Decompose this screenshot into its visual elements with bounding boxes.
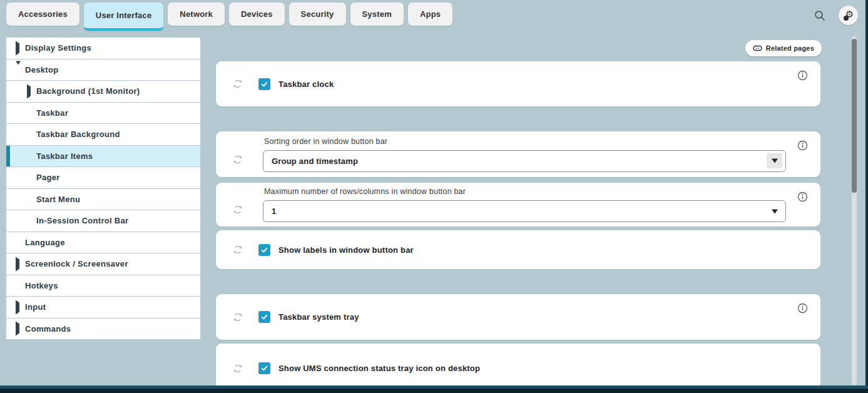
setting-card-sorting-order: Sorting order in window button bar Group… xyxy=(216,131,820,177)
info-icon[interactable] xyxy=(797,303,808,314)
sidebar-item-taskbar[interactable]: Taskbar xyxy=(6,103,200,124)
related-pages-button[interactable]: Related pages xyxy=(745,40,822,56)
show-labels-toggle[interactable]: Show labels in window button bar xyxy=(258,244,414,256)
window-bottom-border xyxy=(0,385,868,393)
ums-tray-icon-toggle[interactable]: Show UMS connection status tray icon on … xyxy=(258,362,480,374)
chevron-right-icon xyxy=(16,259,19,268)
info-icon[interactable] xyxy=(797,140,808,151)
reset-to-default-icon[interactable] xyxy=(233,245,243,255)
reset-to-default-icon[interactable] xyxy=(233,312,243,322)
chevron-right-icon xyxy=(16,324,19,334)
chevron-right-icon xyxy=(16,302,19,312)
chevron-right-icon xyxy=(16,43,19,53)
setting-card-max-rows: Maximum number of rows/columns in window… xyxy=(216,183,820,227)
info-icon[interactable] xyxy=(797,191,808,202)
sidebar-item-start-menu[interactable]: Start Menu xyxy=(6,189,200,210)
sidebar-item-hotkeys[interactable]: Hotkeys xyxy=(6,275,200,297)
checkbox-checked-icon[interactable] xyxy=(258,362,270,374)
setting-label: Taskbar clock xyxy=(278,79,334,89)
select-value: Group and timestamp xyxy=(272,156,358,166)
taskbar-clock-toggle[interactable]: Taskbar clock xyxy=(258,78,334,90)
sidebar-item-in-session-control-bar[interactable]: In-Session Control Bar xyxy=(6,210,200,232)
setting-card-show-labels: Show labels in window button bar xyxy=(216,230,820,269)
sidebar-item-commands[interactable]: Commands xyxy=(6,319,200,340)
select-value: 1 xyxy=(272,207,276,216)
max-rows-select[interactable]: 1 xyxy=(263,200,786,222)
sidebar-item-taskbar-items[interactable]: Taskbar Items xyxy=(6,146,200,167)
tab-user-interface[interactable]: User Interface xyxy=(84,3,164,31)
setting-label: Show labels in window button bar xyxy=(278,245,414,255)
sidebar-item-input[interactable]: Input xyxy=(6,297,200,318)
info-icon[interactable] xyxy=(797,70,808,81)
scrollbar-thumb[interactable] xyxy=(852,39,857,193)
sidebar-item-language[interactable]: Language xyxy=(6,232,200,253)
tab-accessories[interactable]: Accessories xyxy=(6,3,79,26)
sidebar-item-pager[interactable]: Pager xyxy=(6,167,200,188)
window-right-border xyxy=(865,0,868,393)
sidebar-item-desktop[interactable]: Desktop xyxy=(6,59,200,81)
checkbox-checked-icon[interactable] xyxy=(258,311,270,323)
reset-to-default-icon[interactable] xyxy=(233,205,243,215)
sorting-order-select[interactable]: Group and timestamp xyxy=(263,150,786,172)
settings-window: Accessories User Interface Network Devic… xyxy=(0,0,868,393)
reset-to-default-icon[interactable] xyxy=(233,79,243,89)
reset-to-default-icon[interactable] xyxy=(233,155,243,165)
system-tray-toggle[interactable]: Taskbar system tray xyxy=(258,311,359,323)
link-icon xyxy=(753,44,762,52)
checkbox-checked-icon[interactable] xyxy=(258,78,270,90)
sidebar-item-background-1st-monitor[interactable]: Background (1st Monitor) xyxy=(6,81,200,102)
reset-to-default-icon[interactable] xyxy=(233,364,243,374)
setting-card-system-tray: Taskbar system tray xyxy=(216,294,820,340)
checkbox-checked-icon[interactable] xyxy=(258,244,270,256)
chevron-down-icon xyxy=(16,65,21,74)
vertical-scrollbar[interactable] xyxy=(852,36,857,385)
setting-label: Maximum number of rows/columns in window… xyxy=(264,187,786,196)
settings-panel: Related pages Taskbar clock Sorting orde… xyxy=(216,0,820,393)
sidebar-item-screenlock-screensaver[interactable]: Screenlock / Screensaver xyxy=(6,253,200,275)
settings-tree: Display Settings Desktop Background (1st… xyxy=(6,38,200,340)
sidebar-item-display-settings[interactable]: Display Settings xyxy=(6,38,200,59)
chevron-down-icon[interactable] xyxy=(767,153,782,169)
setting-card-taskbar-clock: Taskbar clock xyxy=(216,61,820,106)
chevron-right-icon xyxy=(27,86,31,96)
chevron-down-icon[interactable] xyxy=(767,203,782,219)
setting-label: Taskbar system tray xyxy=(278,312,359,322)
sidebar-item-taskbar-background[interactable]: Taskbar Background xyxy=(6,124,200,145)
setting-label: Show UMS connection status tray icon on … xyxy=(278,364,480,373)
gear-badge-icon[interactable]: ⚙ xyxy=(839,6,858,25)
setting-label: Sorting order in window button bar xyxy=(264,137,786,146)
